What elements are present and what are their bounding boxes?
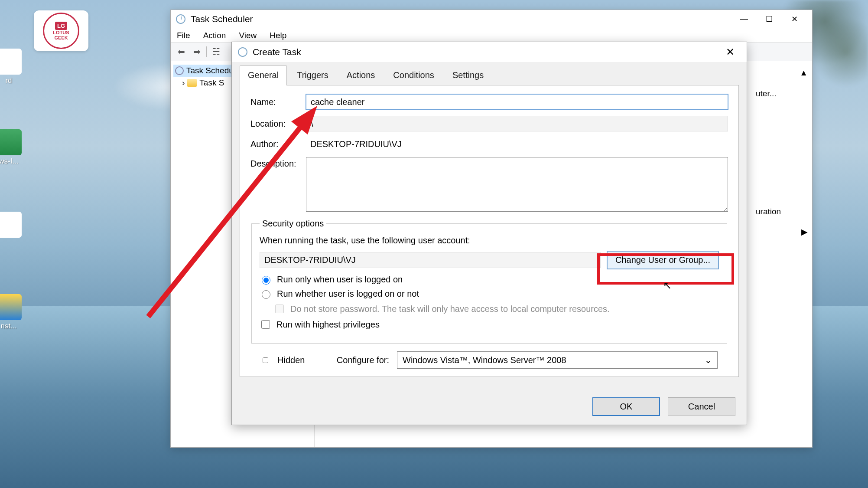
dialog-title: Create Task (253, 47, 301, 57)
clock-icon (176, 14, 185, 24)
description-label: Description: (250, 157, 306, 169)
desktop-icon[interactable]: rd (0, 49, 30, 85)
forward-button[interactable]: ➡ (191, 46, 203, 58)
minimize-button[interactable]: — (731, 10, 757, 28)
configure-for-select[interactable]: Windows Vista™, Windows Server™ 2008 ⌄ (397, 351, 718, 369)
desktop-icon[interactable] (0, 212, 30, 239)
tab-conditions[interactable]: Conditions (385, 66, 442, 85)
icon-label: rd (5, 76, 12, 85)
window-title: Task Scheduler (191, 14, 253, 24)
radio-logged-on-or-not[interactable] (262, 290, 270, 299)
change-user-group-button[interactable]: Change User or Group... (607, 251, 719, 269)
select-value: Windows Vista™, Windows Server™ 2008 (403, 355, 566, 365)
tab-actions[interactable]: Actions (338, 66, 384, 85)
desktop-icon[interactable]: ws-I... (0, 129, 30, 166)
icon-label: ws-I... (0, 157, 19, 165)
tab-settings[interactable]: Settings (444, 66, 492, 85)
ok-button[interactable]: OK (592, 397, 660, 416)
user-account-value: DESKTOP-7RIDUIU\VJ (260, 252, 601, 268)
expand-icon[interactable]: ▶ (756, 227, 808, 237)
configure-for-label: Configure for: (337, 355, 389, 365)
checkbox-label: Do not store password. The task will onl… (290, 304, 610, 314)
menu-help[interactable]: Help (268, 30, 288, 40)
name-label: Name: (250, 97, 306, 107)
close-button[interactable]: ✕ (720, 42, 741, 62)
checkbox-highest-privileges[interactable] (261, 320, 270, 329)
hidden-label: Hidden (277, 355, 305, 365)
chevron-down-icon: ⌄ (705, 355, 712, 365)
author-label: Author: (250, 139, 306, 149)
tab-triggers[interactable]: Triggers (289, 66, 337, 85)
tab-panel-general: Name: Location: \ Author: DESKTOP-7RIDUI… (240, 85, 739, 377)
description-input[interactable] (306, 157, 728, 212)
desktop-icon[interactable]: nst... (0, 294, 30, 331)
radio-label: Run whether user is logged on or not (277, 289, 419, 299)
author-value: DESKTOP-7RIDUIU\VJ (306, 138, 728, 151)
menu-file[interactable]: File (175, 30, 192, 40)
tab-strip: General Triggers Actions Conditions Sett… (232, 62, 747, 85)
clock-icon (238, 47, 247, 57)
tree-label: Task S (199, 78, 224, 88)
menu-view[interactable]: View (237, 30, 258, 40)
security-legend: Security options (260, 219, 326, 229)
cancel-button[interactable]: Cancel (668, 397, 735, 416)
dialog-titlebar[interactable]: Create Task ✕ (232, 42, 747, 62)
checkbox-no-store-password (275, 305, 284, 313)
location-value: \ (306, 116, 728, 131)
collapse-icon[interactable]: ▲ (756, 68, 808, 78)
checkbox-label: Run with highest privileges (276, 320, 380, 330)
radio-label: Run only when user is logged on (277, 275, 403, 285)
expand-icon[interactable]: › (182, 78, 185, 88)
maximize-button[interactable]: ☐ (757, 10, 782, 28)
folder-icon (187, 79, 197, 87)
action-item[interactable]: uration (756, 207, 808, 216)
toolbar-icon[interactable]: ☵ (210, 46, 222, 58)
security-text: When running the task, use the following… (260, 236, 719, 246)
name-input[interactable] (306, 94, 728, 110)
location-label: Location: (250, 119, 306, 129)
menu-bar: File Action View Help (171, 28, 812, 42)
security-options-group: Security options When running the task, … (251, 219, 727, 344)
watermark-logo: LG LOTUS GEEK (34, 10, 88, 51)
tab-general[interactable]: General (240, 66, 287, 85)
action-item[interactable]: uter... (756, 89, 808, 98)
checkbox-hidden[interactable] (263, 357, 268, 363)
close-button[interactable]: ✕ (782, 10, 807, 28)
radio-logged-on[interactable] (262, 276, 270, 285)
clock-icon (175, 66, 184, 75)
create-task-dialog: Create Task ✕ General Triggers Actions C… (231, 42, 747, 425)
menu-action[interactable]: Action (202, 30, 228, 40)
titlebar[interactable]: Task Scheduler — ☐ ✕ (171, 10, 812, 28)
back-button[interactable]: ⬅ (175, 46, 187, 58)
icon-label: nst... (1, 322, 17, 330)
